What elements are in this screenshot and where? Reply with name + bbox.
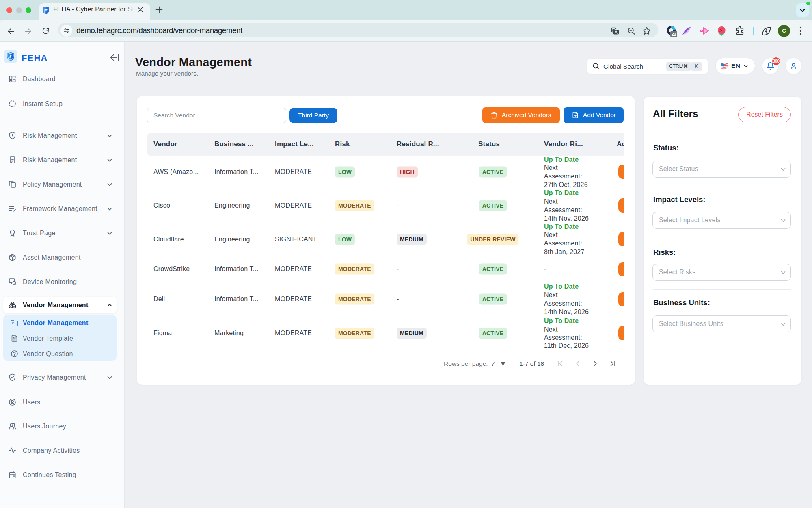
svg-text:22: 22 [672, 32, 676, 37]
